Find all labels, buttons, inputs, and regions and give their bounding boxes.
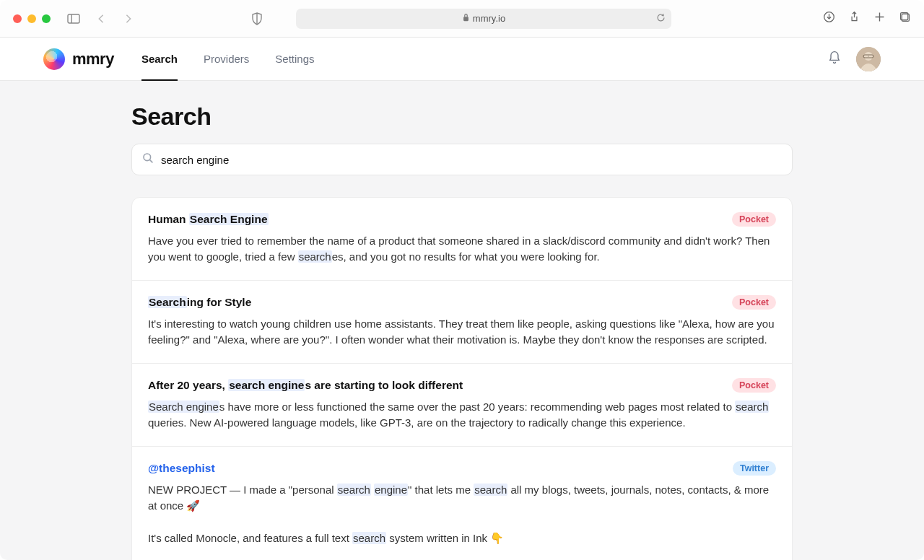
svg-rect-3 (463, 17, 468, 21)
results-list: Human Search EnginePocketHave you ever t… (131, 197, 793, 560)
primary-nav: Search Providers Settings (141, 38, 315, 80)
svg-rect-0 (68, 14, 79, 23)
source-badge-pocket: Pocket (732, 295, 776, 310)
nav-tab-search[interactable]: Search (141, 38, 178, 80)
result-title[interactable]: Searching for Style (148, 295, 723, 310)
browser-toolbar-right (823, 11, 911, 26)
nav-tab-settings[interactable]: Settings (275, 38, 314, 80)
result-item[interactable]: @thesephistTwitterNEW PROJECT — I made a… (132, 447, 792, 560)
downloads-icon[interactable] (823, 11, 835, 26)
user-avatar[interactable] (856, 47, 881, 71)
minimize-window-button[interactable] (27, 14, 36, 23)
share-icon[interactable] (848, 11, 860, 26)
address-bar[interactable]: mmry.io (296, 9, 671, 29)
search-input[interactable] (161, 154, 782, 166)
maximize-window-button[interactable] (42, 14, 51, 23)
sidebar-toggle-button[interactable] (64, 10, 84, 27)
refresh-button[interactable] (656, 13, 666, 25)
result-title[interactable]: Human Search Engine (148, 212, 723, 227)
back-button[interactable] (91, 10, 111, 27)
source-badge-pocket: Pocket (732, 212, 776, 227)
nav-tab-providers[interactable]: Providers (204, 38, 249, 80)
svg-point-15 (144, 154, 151, 161)
page-title: Search (131, 102, 793, 131)
result-item[interactable]: After 20 years, search engines are start… (132, 364, 792, 447)
source-badge-twitter: Twitter (733, 461, 776, 476)
result-item[interactable]: Human Search EnginePocketHave you ever t… (132, 198, 792, 281)
forward-button[interactable] (118, 10, 139, 27)
app-header: mmry Search Providers Settings (0, 38, 924, 81)
url-host: mmry.io (473, 13, 505, 24)
privacy-shield-icon[interactable] (247, 10, 267, 27)
notifications-icon[interactable] (827, 51, 842, 68)
result-title[interactable]: After 20 years, search engines are start… (148, 378, 723, 393)
result-snippet: It's interesting to watch young children… (148, 316, 776, 349)
result-item[interactable]: Searching for StylePocketIt's interestin… (132, 281, 792, 364)
page-body: Search Human Search EnginePocketHave you… (0, 81, 924, 560)
svg-line-16 (149, 159, 152, 162)
lock-icon (462, 13, 470, 24)
new-tab-icon[interactable] (873, 11, 886, 26)
brand-logo-icon (43, 48, 65, 70)
brand-name: mmry (72, 50, 114, 69)
source-badge-pocket: Pocket (732, 378, 776, 393)
brand[interactable]: mmry (43, 48, 114, 70)
result-title-link[interactable]: @thesephist (148, 461, 724, 476)
search-box[interactable] (131, 144, 793, 175)
browser-toolbar: mmry.io (0, 0, 924, 38)
window-controls (13, 14, 51, 23)
result-snippet: NEW PROJECT — I made a "personal search … (148, 482, 776, 560)
search-icon (142, 152, 154, 167)
result-snippet: Search engines have more or less functio… (148, 399, 776, 432)
result-snippet: Have you ever tried to remember the name… (148, 233, 776, 266)
tabs-overview-icon[interactable] (899, 11, 911, 26)
close-window-button[interactable] (13, 14, 22, 23)
